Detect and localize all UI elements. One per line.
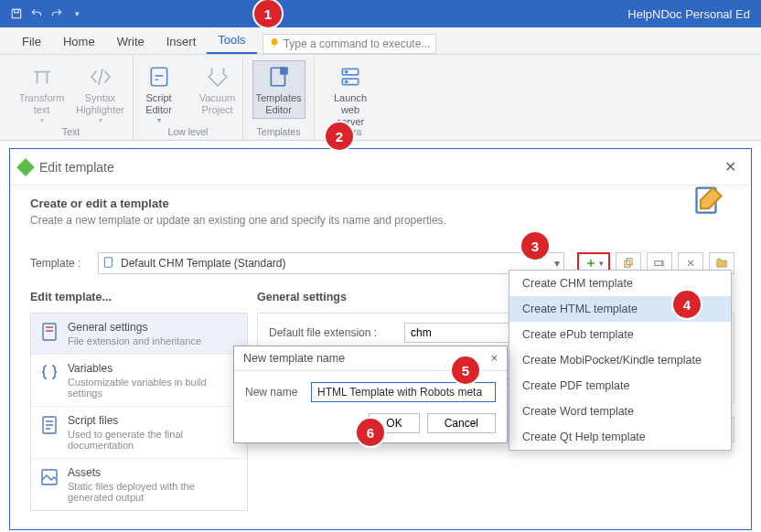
ribbon-group-templates-label: Templates	[243, 126, 314, 137]
leftnav-item-assets[interactable]: Assets Static files deployed with the ge…	[31, 459, 247, 510]
transform-text-icon	[27, 63, 57, 90]
create-epub-item[interactable]: Create ePub template	[509, 322, 731, 347]
create-qthelp-item[interactable]: Create Qt Help template	[509, 424, 731, 450]
vacuum-project-button[interactable]: Vacuum Project	[191, 60, 244, 127]
close-button[interactable]: ✕	[719, 156, 742, 177]
gem-icon	[16, 158, 35, 176]
ribbon-group-text-label: Text	[9, 126, 133, 137]
ribbon-group-lowlevel: Script Editor ▾ Vacuum Project Low level	[134, 57, 243, 140]
svg-rect-0	[12, 9, 20, 17]
chevron-down-icon: ▾	[599, 259, 604, 268]
settings-page-icon	[38, 321, 60, 343]
create-chm-item[interactable]: Create CHM template	[509, 271, 731, 296]
transform-text-label: Transform text	[18, 90, 66, 116]
svg-rect-11	[104, 257, 112, 267]
ribbon-group-text: Transform text ▾ Syntax Highlighter ▾ Te…	[9, 57, 134, 140]
chevron-down-icon: ▾	[554, 257, 560, 270]
vacuum-project-icon	[203, 63, 232, 90]
svg-rect-15	[43, 324, 56, 340]
leftnav-heading: Edit template...	[30, 291, 248, 303]
leftnav-item-general[interactable]: General settings File extension and inhe…	[31, 314, 247, 355]
menu-home[interactable]: Home	[52, 29, 106, 54]
cancel-button[interactable]: Cancel	[427, 413, 496, 433]
braces-icon	[38, 362, 60, 384]
transform-text-button[interactable]: Transform text ▾	[16, 60, 69, 127]
template-label: Template :	[30, 257, 91, 270]
leftnav-item-title: Variables	[68, 362, 240, 375]
redo-icon[interactable]	[48, 5, 66, 23]
qat-dropdown-icon[interactable]: ▾	[68, 5, 86, 23]
modal-close-button[interactable]: ×	[491, 352, 498, 365]
modal-title: New template name	[243, 352, 345, 365]
svg-point-9	[346, 80, 348, 82]
lightbulb-icon	[269, 37, 280, 51]
ribbon: Transform text ▾ Syntax Highlighter ▾ Te…	[0, 55, 761, 141]
ribbon-group-lowlevel-label: Low level	[134, 126, 242, 137]
create-pdf-item[interactable]: Create PDF template	[509, 373, 731, 399]
undo-icon[interactable]	[27, 5, 46, 23]
assets-icon	[38, 466, 60, 488]
app-title: HelpNDoc Personal Ed	[627, 7, 761, 21]
leftnav-item-sub: Customizable variables in build settings	[68, 377, 240, 399]
dialog-header: Edit template ✕	[10, 149, 751, 186]
leftnav-item-sub: Used to generate the final documentation	[68, 429, 240, 451]
chevron-down-icon: ▾	[99, 116, 102, 124]
svg-rect-2	[151, 68, 166, 86]
leftnav-item-sub: Static files deployed with the generated…	[68, 481, 240, 503]
template-combobox[interactable]: Default CHM Template (Standard) ▾	[98, 252, 564, 274]
svg-point-8	[346, 71, 348, 73]
template-combo-icon	[102, 256, 115, 271]
create-word-item[interactable]: Create Word template	[509, 399, 731, 424]
launch-webserver-label: Launch web server	[327, 90, 374, 128]
create-mobipocket-item[interactable]: Create MobiPocket/Kindle template	[509, 347, 731, 373]
svg-rect-13	[627, 259, 632, 265]
new-name-input[interactable]	[311, 382, 496, 402]
syntax-highlighter-button[interactable]: Syntax Highlighter ▾	[74, 60, 127, 127]
leftnav-item-title: General settings	[68, 321, 201, 334]
document-script-icon	[38, 414, 60, 436]
svg-rect-14	[655, 261, 662, 266]
svg-text:T: T	[282, 68, 285, 74]
leftnav-item-scripts[interactable]: Script files Used to generate the final …	[31, 407, 247, 459]
menu-file[interactable]: File	[11, 29, 52, 54]
script-editor-label: Script Editor	[135, 90, 183, 116]
callout-1: 1	[254, 0, 282, 27]
callout-2: 2	[326, 122, 353, 150]
template-combobox-value: Default CHM Template (Standard)	[121, 257, 286, 270]
chevron-down-icon: ▾	[40, 116, 44, 124]
new-name-label: New name	[245, 386, 304, 399]
callout-3: 3	[521, 232, 549, 260]
title-bar: ▾ HelpNDoc Personal Ed	[0, 0, 761, 27]
templates-editor-button[interactable]: T Templates Editor	[252, 60, 305, 119]
leftnav-item-title: Script files	[68, 414, 240, 427]
ribbon-group-templates: T Templates Editor Templates	[243, 57, 315, 140]
menu-write[interactable]: Write	[106, 29, 155, 54]
leftnav-item-sub: File extension and inheritance	[68, 335, 201, 346]
chevron-down-icon: ▾	[157, 116, 161, 124]
dialog-subheading: Create or edit a template Create a new t…	[30, 197, 734, 227]
syntax-highlighter-label: Syntax Highlighter	[76, 90, 124, 116]
callout-6: 6	[357, 419, 384, 446]
syntax-highlighter-icon	[86, 63, 115, 90]
menu-insert[interactable]: Insert	[155, 29, 208, 54]
command-placeholder-text: Type a command to execute...	[284, 37, 431, 50]
menu-row: File Home Write Insert Tools Type a comm…	[0, 27, 761, 55]
dialog-subhead-title: Create or edit a template	[30, 197, 734, 210]
dialog-title: Edit template	[39, 160, 114, 175]
save-icon[interactable]	[7, 5, 26, 23]
leftnav-list: General settings File extension and inhe…	[30, 313, 248, 511]
script-editor-button[interactable]: Script Editor ▾	[133, 60, 186, 127]
templates-editor-icon: T	[264, 63, 294, 90]
default-ext-label: Default file extension :	[269, 326, 397, 339]
edit-template-icon	[692, 184, 725, 217]
callout-4: 4	[673, 291, 701, 318]
menu-tools[interactable]: Tools	[207, 27, 256, 54]
dialog-subhead-desc: Create a new template or update an exist…	[30, 214, 734, 227]
leftnav-item-variables[interactable]: Variables Customizable variables in buil…	[31, 355, 247, 407]
vacuum-project-label: Vacuum Project	[194, 90, 241, 116]
svg-rect-1	[15, 9, 19, 13]
command-search-box[interactable]: Type a command to execute...	[263, 34, 437, 54]
script-editor-icon	[145, 63, 174, 90]
svg-rect-12	[625, 261, 630, 267]
callout-5: 5	[452, 356, 479, 384]
